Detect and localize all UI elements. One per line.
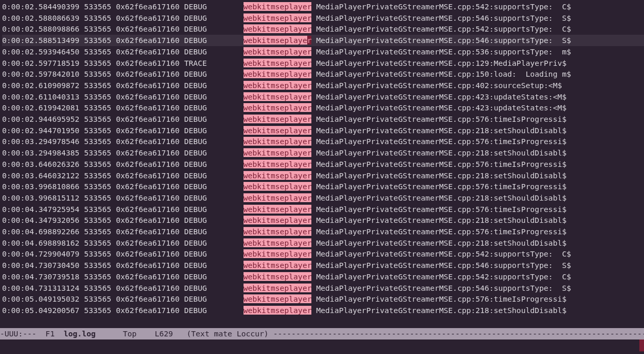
search-match: webkitmseplayer [244,160,312,168]
log-buffer[interactable]: 0:00:02.584490399 533565 0x62f6ea617160 … [0,0,644,316]
search-match: webkitmseplayer [244,115,312,123]
search-match: webkitmseplayer [244,59,312,67]
search-match: webkitmseplayer [244,238,312,247]
search-match: webkitmseplayer [244,92,312,101]
log-line: 0:00:05.049200567 533565 0x62f6ea617160 … [2,305,644,316]
search-match: webkitmseplayer [244,272,312,281]
search-match: webkitmseplayer [244,13,312,22]
search-match: webkitmseplayer [244,205,312,214]
modeline: -UUU:--- F1 log.log Top L629 (Text mate … [0,328,644,339]
log-line: 0:00:02.588513499 533565 0x62f6ea617160 … [2,35,644,46]
search-match: webkitmseplayer [244,137,312,146]
modeline-buffer-name: log.log [64,329,96,338]
log-line: 0:00:04.698898162 533565 0x62f6ea617160 … [2,237,644,249]
log-line: 0:00:03.646032122 533565 0x62f6ea617160 … [2,170,644,181]
log-line: 0:00:02.593946450 533565 0x62f6ea617160 … [2,46,644,58]
log-line: 0:00:04.730730450 533565 0x62f6ea617160 … [2,260,644,271]
log-line: 0:00:04.729904079 533565 0x62f6ea617160 … [2,248,644,260]
log-line: 0:00:04.347932056 533565 0x62f6ea617160 … [2,215,644,226]
log-line: 0:00:02.619942081 533565 0x62f6ea617160 … [2,102,644,114]
minibuffer-cursor [639,339,644,351]
search-match: webkitmseplayer [244,103,312,112]
log-line: 0:00:02.611040313 533565 0x62f6ea617160 … [2,91,644,103]
search-match: webkitmseplayer [244,69,312,78]
log-line: 0:00:02.588098866 533565 0x62f6ea617160 … [2,23,644,35]
log-line: 0:00:04.730739518 533565 0x62f6ea617160 … [2,271,644,282]
search-match: webkitmseplayer [244,2,312,11]
minibuffer[interactable] [0,339,639,351]
log-line: 0:00:03.996810866 533565 0x62f6ea617160 … [2,181,644,192]
modeline-status: -UUU:--- F1 [0,329,64,338]
search-match: webkitmseplayer [244,216,312,224]
search-match: webkitmseplayer [244,148,312,157]
log-line: 0:00:03.294984385 533565 0x62f6ea617160 … [2,147,644,159]
log-line: 0:00:04.731313124 533565 0x62f6ea617160 … [2,282,644,294]
log-line: 0:00:04.347925954 533565 0x62f6ea617160 … [2,204,644,215]
log-line: 0:00:03.646026326 533565 0x62f6ea617160 … [2,159,644,170]
log-line: 0:00:02.588086639 533565 0x62f6ea617160 … [2,12,644,24]
search-match: webkitmseplayer [244,227,312,236]
search-match: webkitmseplaye [244,36,307,45]
log-line: 0:00:02.597718519 533565 0x62f6ea617160 … [2,58,644,69]
search-match: webkitmseplayer [244,284,312,292]
log-line: 0:00:04.698892266 533565 0x62f6ea617160 … [2,226,644,237]
log-line: 0:00:05.049195032 533565 0x62f6ea617160 … [2,293,644,305]
log-line: 0:00:03.996815112 533565 0x62f6ea617160 … [2,192,644,204]
search-match: webkitmseplayer [244,261,312,270]
search-match: webkitmseplayer [244,47,312,56]
text-cursor: r [307,36,312,45]
search-match: webkitmseplayer [244,193,312,202]
log-line: 0:00:02.610909872 533565 0x62f6ea617160 … [2,80,644,91]
search-match: webkitmseplayer [244,249,312,258]
search-match: webkitmseplayer [244,294,312,303]
log-line: 0:00:03.294978546 533565 0x62f6ea617160 … [2,136,644,147]
modeline-dashes: ----------------------------------------… [273,329,644,338]
log-line: 0:00:02.584490399 533565 0x62f6ea617160 … [2,1,644,12]
search-match: webkitmseplayer [244,306,312,315]
search-match: webkitmseplayer [244,24,312,33]
search-match: webkitmseplayer [244,182,312,191]
search-match: webkitmseplayer [244,126,312,135]
log-line: 0:00:02.597842010 533565 0x62f6ea617160 … [2,68,644,80]
log-line: 0:00:02.944695952 533565 0x62f6ea617160 … [2,114,644,125]
search-match: webkitmseplayer [244,171,312,180]
log-line: 0:00:02.944701950 533565 0x62f6ea617160 … [2,125,644,136]
modeline-position: Top L629 (Text mate Loccur) [96,329,274,338]
search-match: webkitmseplayer [244,81,312,90]
